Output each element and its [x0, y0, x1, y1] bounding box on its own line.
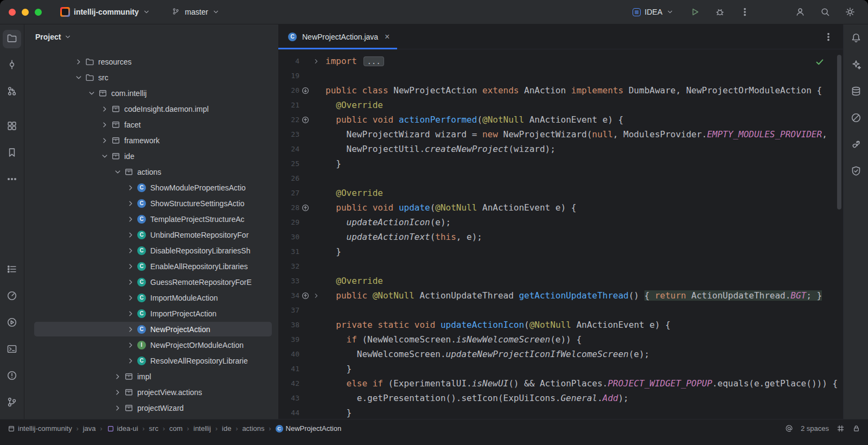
fold-chevron-icon[interactable] [311, 58, 321, 65]
tree-item[interactable]: com.intellij [24, 85, 278, 101]
tree-item[interactable]: CEnableAllRepositoryLibraries [24, 258, 278, 274]
toolwindow-commit-button[interactable] [3, 56, 21, 75]
chevron-right-icon[interactable] [125, 340, 136, 351]
chevron-right-icon[interactable] [125, 277, 136, 288]
branch-widget[interactable]: master [168, 5, 224, 20]
code-line[interactable]: 27 @Override [278, 186, 843, 200]
inspections-ok-icon[interactable] [815, 57, 825, 67]
chevron-right-icon[interactable] [125, 182, 136, 193]
tree-item[interactable]: CTemplateProjectStructureAc [24, 211, 278, 227]
toolwindow-project-folder-button[interactable] [3, 30, 21, 48]
code-line[interactable]: 19 [278, 68, 843, 83]
breadcrumb-item[interactable]: com [169, 424, 183, 433]
overridden-marker-icon[interactable] [299, 87, 311, 94]
tree-item[interactable]: ide [24, 148, 278, 164]
debug-button[interactable] [712, 4, 728, 20]
run-configuration-widget[interactable]: IDEA [628, 5, 678, 19]
tree-item[interactable]: CShowModulePropertiesActio [24, 180, 278, 195]
code-line[interactable]: 23 NewProjectWizard wizard = new NewProj… [278, 127, 843, 142]
toolwindow-pull-request-button[interactable] [3, 83, 21, 101]
chevron-right-icon[interactable] [125, 293, 136, 303]
close-window-button[interactable] [9, 9, 16, 16]
chevron-right-icon[interactable] [125, 214, 136, 225]
chevron-right-icon[interactable] [125, 245, 136, 256]
tree-item[interactable]: projectWizard [24, 400, 278, 416]
tree-item[interactable]: CGuessRemoteRepositoryForE [24, 274, 278, 290]
project-widget[interactable]: intellij-community [56, 4, 155, 20]
code-line[interactable]: 26 [278, 171, 843, 186]
code-line[interactable]: 37 [278, 303, 843, 317]
chevron-right-icon[interactable] [112, 403, 123, 414]
code-line[interactable]: 22 public void actionPerformed(@NotNull … [278, 112, 843, 127]
toolwindow-bookmark-button[interactable] [3, 144, 21, 163]
code-editor[interactable]: 4import ...1920public class NewProjectAc… [278, 49, 843, 419]
toolwindow-todo-list-button[interactable] [3, 261, 21, 279]
code-with-me-button[interactable] [792, 4, 808, 20]
inline-completion-icon[interactable] [785, 424, 793, 433]
breadcrumb-item[interactable]: java [83, 424, 96, 433]
toolwindow-grid-button[interactable] [3, 118, 21, 136]
tree-item[interactable]: INewProjectOrModuleAction [24, 337, 278, 353]
code-line[interactable]: 33 @Override [278, 274, 843, 288]
tree-item[interactable]: CDisableRepositoryLibrariesSh [24, 243, 278, 258]
code-line[interactable]: 38 private static void updateActionIcon(… [278, 317, 843, 332]
tree-item[interactable]: resources [24, 54, 278, 69]
toolwindow-gradle-button[interactable] [847, 136, 865, 155]
toolwindow-more-horizontal-button[interactable] [3, 171, 21, 189]
tree-item[interactable]: framework [24, 132, 278, 148]
code-line[interactable]: 39 if (NewWelcomeScreen.isNewWelcomeScre… [278, 332, 843, 347]
toolwindow-git-branch-button[interactable] [3, 394, 21, 412]
editor-scrollbar[interactable] [837, 55, 841, 209]
toolwindow-run-circle-button[interactable] [3, 314, 21, 333]
breadcrumb-item[interactable]: idea-ui [107, 424, 138, 433]
tree-item[interactable]: actions [24, 164, 278, 180]
breadcrumb-item[interactable]: intellij-community [8, 424, 72, 433]
toolwindow-problems-button[interactable] [3, 367, 21, 386]
toolwindow-terminal-button[interactable] [3, 341, 21, 359]
chevron-right-icon[interactable] [125, 230, 136, 240]
chevron-right-icon[interactable] [99, 104, 110, 115]
tree-item[interactable]: CImportModuleAction [24, 290, 278, 306]
chevron-right-icon[interactable] [125, 261, 136, 272]
code-line[interactable]: 24 NewProjectUtil.createNewProject(wizar… [278, 142, 843, 156]
tab-options-button[interactable] [820, 29, 837, 45]
close-icon[interactable]: × [385, 33, 390, 41]
settings-button[interactable] [842, 4, 858, 20]
code-line[interactable]: 25 } [278, 156, 843, 171]
run-button[interactable] [687, 4, 703, 20]
tree-item[interactable]: CUnbindRemoteRepositoryFor [24, 227, 278, 243]
breadcrumb-item[interactable]: intellij [194, 424, 212, 433]
code-line[interactable]: 41 } [278, 361, 843, 376]
frame-icon[interactable] [837, 424, 845, 433]
tree-item[interactable]: CNewProjectAction [24, 321, 278, 337]
fold-chevron-icon[interactable] [311, 292, 321, 300]
editor-tab[interactable]: C NewProjectAction.java × [278, 24, 397, 49]
chevron-down-icon[interactable] [99, 151, 110, 162]
chevron-right-icon[interactable] [125, 308, 136, 319]
code-line[interactable]: 40 NewWelcomeScreen.updateNewProjectIcon… [278, 347, 843, 361]
breadcrumb-item[interactable]: ide [222, 424, 231, 433]
tree-item[interactable]: CImportProjectAction [24, 306, 278, 321]
indent-widget[interactable]: 2 spaces [801, 424, 829, 433]
chevron-right-icon[interactable] [112, 387, 123, 398]
code-line[interactable]: 31 } [278, 244, 843, 259]
more-actions-button[interactable] [737, 4, 753, 20]
chevron-right-icon[interactable] [112, 371, 123, 382]
toolwindow-circle-slash-button[interactable] [847, 110, 865, 128]
chevron-right-icon[interactable] [73, 56, 84, 67]
code-line[interactable]: 30 updateActionText(this, e); [278, 230, 843, 244]
toolwindow-database-button[interactable] [847, 83, 865, 101]
chevron-down-icon[interactable] [112, 167, 123, 177]
chevron-right-icon[interactable] [125, 198, 136, 209]
breadcrumb-item[interactable]: CNewProjectAction [276, 424, 342, 433]
code-line[interactable]: 32 [278, 259, 843, 274]
overriding-method-icon[interactable] [299, 292, 311, 300]
tree-item[interactable]: facet [24, 117, 278, 132]
code-line[interactable]: 42 else if (ExperimentalUI.isNewUI() && … [278, 376, 843, 391]
tree-item[interactable]: projectView.actions [24, 384, 278, 400]
code-line[interactable]: 43 e.getPresentation().setIcon(ExpUiIcon… [278, 391, 843, 405]
chevron-down-icon[interactable] [86, 88, 97, 99]
overriding-method-icon[interactable] [299, 116, 311, 124]
code-line[interactable]: 44 } [278, 405, 843, 419]
lock-icon[interactable] [852, 424, 860, 433]
